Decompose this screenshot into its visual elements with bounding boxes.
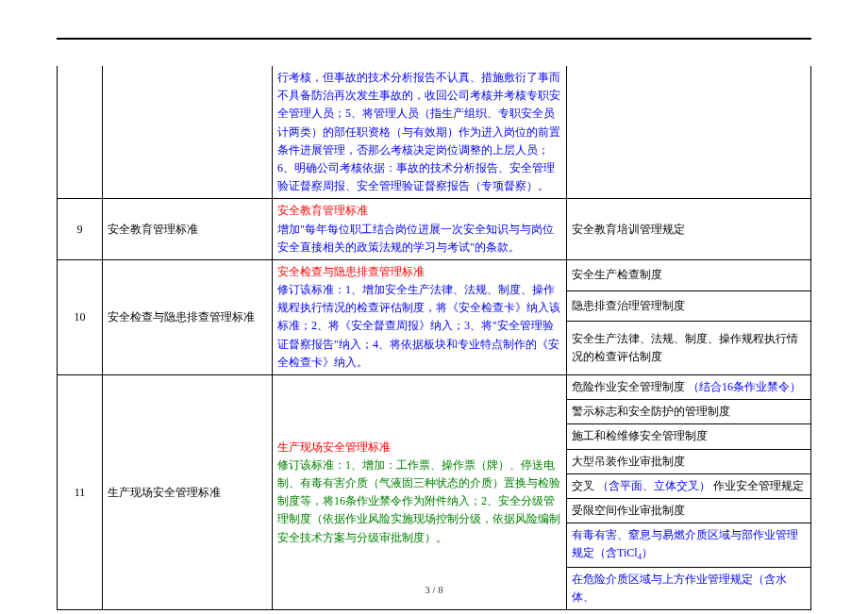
cell-name: 生产现场安全管理标准: [103, 375, 273, 610]
cell-right: 交叉 （含平面、立体交叉） 作业安全管理规定: [567, 473, 811, 498]
page-total: 8: [438, 584, 443, 595]
cell-desc: 安全检查与隐患排查管理标准 修订该标准：1、增加安全生产法律、法规、制度、操作规…: [273, 259, 567, 374]
right-text: ）: [642, 546, 653, 559]
cell-right: 受限空间作业审批制度: [567, 498, 811, 523]
page-footer: 3 / 8: [0, 584, 868, 595]
table-row: 9 安全教育管理标准 安全教育管理标准 增加"每年每位职工结合岗位进展一次安全知…: [58, 199, 811, 260]
right-text: 有毒有害、窒息与易燃介质区域与部作业管理规定（含TiCl: [572, 528, 798, 559]
desc-body: 增加"每年每位职工结合岗位进展一次安全知识与与岗位安全直接相关的政策法规的学习与…: [277, 223, 554, 254]
cell-right: 警示标志和安全防护的管理制度: [567, 400, 811, 424]
right-text: 危险作业安全管理制度: [572, 380, 685, 393]
standards-table: 行考核，但事故的技术分析报告不认真、措施敷衍了事而不具备防治再次发生事故的，收回…: [57, 66, 811, 610]
cell-desc: 生产现场安全管理标准 修订该标准：1、增加：工作票、操作票（牌）、停送电制、有毒…: [273, 375, 567, 610]
table-row: 行考核，但事故的技术分析报告不认真、措施敷衍了事而不具备防治再次发生事故的，收回…: [58, 66, 811, 199]
cell-right: 安全生产检查制度: [567, 259, 811, 290]
cell-num-empty: [58, 66, 103, 199]
cell-right: 施工和检维修安全管理制度: [567, 424, 811, 449]
cell-num: 9: [58, 199, 103, 260]
page-top-rule: [57, 38, 811, 40]
cell-name-empty: [103, 66, 273, 199]
right-note: （含平面、立体交叉）: [597, 479, 710, 492]
cell-num: 11: [58, 375, 103, 610]
right-text: 作业安全管理规定: [713, 479, 804, 492]
cell-right: 安全教育培训管理规定: [567, 199, 811, 260]
page-sep: /: [430, 584, 439, 595]
cell-name: 安全检查与隐患排查管理标准: [103, 259, 273, 374]
table-row: 11 生产现场安全管理标准 生产现场安全管理标准 修订该标准：1、增加：工作票、…: [58, 375, 811, 400]
right-text: 交叉: [572, 479, 594, 492]
desc-title: 安全教育管理标准: [277, 204, 368, 217]
cell-desc-cont: 行考核，但事故的技术分析报告不认真、措施敷衍了事而不具备防治再次发生事故的，收回…: [273, 66, 567, 199]
cell-right: 安全生产法律、法规、制度、操作规程执行情况的检查评估制度: [567, 322, 811, 375]
desc-body: 修订该标准：1、增加安全生产法律、法规、制度、操作规程执行情况的检查评估制度，将…: [277, 283, 560, 369]
cell-desc: 安全教育管理标准 增加"每年每位职工结合岗位进展一次安全知识与与岗位安全直接相关…: [273, 199, 567, 260]
table-row: 10 安全检查与隐患排查管理标准 安全检查与隐患排查管理标准 修订该标准：1、增…: [58, 259, 811, 290]
desc-title: 生产现场安全管理标准: [277, 440, 391, 454]
desc-body: 修订该标准：1、增加：工作票、操作票（牌）、停送电制、有毒有害介质（气液固三种状…: [277, 458, 560, 544]
right-note: （结合16条作业禁令）: [688, 380, 801, 393]
cell-right: 隐患排查治理管理制度: [567, 290, 811, 322]
cell-right: 大型吊装作业审批制度: [567, 449, 811, 473]
desc-title: 安全检查与隐患排查管理标准: [277, 265, 425, 278]
cell-right-empty: [567, 66, 811, 199]
cell-right: 危险作业安全管理制度 （结合16条作业禁令）: [567, 375, 811, 400]
cell-num: 10: [58, 259, 103, 374]
cell-right: 有毒有害、窒息与易燃介质区域与部作业管理规定（含TiCl4）: [567, 523, 811, 568]
cell-name: 安全教育管理标准: [103, 199, 273, 260]
